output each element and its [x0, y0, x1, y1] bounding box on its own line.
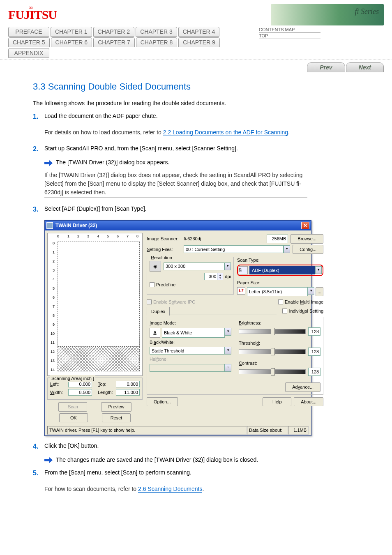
dpi-label: dpi	[225, 273, 231, 280]
config-button[interactable]: Config...	[293, 245, 323, 254]
option-button[interactable]: Option...	[147, 397, 178, 407]
enable-ipc-checkbox	[147, 299, 152, 304]
top-label: Top:	[98, 381, 116, 388]
section-title: 3.3 Scanning Double Sided Documents	[33, 80, 367, 93]
enable-multi-checkbox[interactable]	[278, 299, 283, 304]
paper-size-more-button[interactable]: ...	[316, 287, 323, 297]
fujitsu-logo: ∞ FUJITSU	[8, 8, 58, 22]
predefine-label: Predefine	[156, 281, 175, 288]
step-2-text: Start up ScandAll PRO and, from the [Sca…	[44, 144, 367, 153]
ok-button[interactable]: OK	[59, 413, 88, 423]
resolution-select[interactable]	[164, 263, 224, 270]
svg-marker-1	[44, 457, 53, 463]
width-label: Width:	[50, 389, 68, 396]
individual-label: Individual Setting	[289, 308, 323, 315]
step-2-result: The [TWAIN Driver (32)] dialog box appea…	[56, 158, 169, 167]
nav-tab-ch8[interactable]: CHAPTER 8	[136, 37, 178, 47]
result-arrow-icon	[44, 160, 53, 166]
top-input[interactable]	[116, 381, 140, 387]
link-2-2[interactable]: 2.2 Loading Documents on the ADF for Sca…	[163, 129, 288, 136]
length-input[interactable]	[116, 389, 140, 396]
image-mode-select[interactable]	[162, 328, 225, 338]
brightness-value[interactable]: 128	[308, 327, 321, 336]
black-white-dropdown-icon[interactable]: ▾	[225, 347, 231, 355]
step-2-hint: If the [TWAIN Driver (32)] dialog box do…	[44, 171, 307, 198]
paper-size-select[interactable]	[247, 287, 308, 297]
next-button[interactable]: Next	[346, 62, 384, 72]
width-input[interactable]	[68, 389, 92, 396]
paper-size-icon: LT	[237, 287, 245, 295]
paper-size-dropdown-icon[interactable]: ▾	[308, 287, 314, 295]
halftone-dropdown-icon: ▾	[225, 364, 231, 372]
contrast-slider[interactable]	[239, 369, 306, 374]
nav-tab-preface[interactable]: PREFACE	[8, 27, 49, 37]
svg-marker-0	[44, 160, 53, 166]
twain-title: TWAIN Driver (32)	[55, 222, 301, 229]
setting-files-dropdown-icon[interactable]: ▾	[284, 245, 290, 253]
step-1-num: 1.	[33, 112, 44, 122]
nav-tab-ch4[interactable]: CHAPTER 4	[178, 27, 220, 37]
statusbar-datasize-value: 1.1MB	[288, 426, 309, 435]
step-2-num: 2.	[33, 144, 44, 154]
predefine-checkbox[interactable]	[150, 282, 154, 287]
halftone-select	[150, 364, 225, 372]
brightness-slider[interactable]	[239, 329, 306, 334]
setting-files-label: Setting Files:	[147, 246, 184, 253]
step-5-hint: For how to scan documents, refer to 2.6 …	[44, 485, 204, 494]
dpi-spinner[interactable]: ▴▾	[204, 273, 223, 280]
image-scanner-label: Image Scanner:	[147, 235, 184, 242]
series-banner: fi Series	[271, 4, 384, 25]
nav-tab-ch9[interactable]: CHAPTER 9	[178, 37, 220, 47]
brightness-label: Brightness:	[239, 320, 321, 327]
nav-tab-ch6[interactable]: CHAPTER 6	[51, 37, 92, 47]
enable-ipc-label: Enable Software IPC	[153, 299, 195, 306]
nav-tab-ch2[interactable]: CHAPTER 2	[93, 27, 135, 37]
link-contents-map[interactable]: CONTENTS MAP	[259, 27, 321, 33]
threshold-slider[interactable]	[239, 349, 306, 354]
scan-type-dropdown-icon[interactable]: ▾	[315, 266, 322, 274]
scan-type-label: Scan Type:	[237, 257, 323, 264]
nav-tab-ch3[interactable]: CHAPTER 3	[136, 27, 177, 37]
twain-app-icon	[46, 222, 53, 229]
enable-multi-label: Enable Multi Image	[285, 299, 323, 306]
step-5-num: 5.	[33, 468, 44, 478]
about-button[interactable]: About...	[294, 397, 323, 407]
scanning-area-label: Scanning Area[ inch ]	[50, 375, 95, 382]
advance-button[interactable]: Advance...	[285, 382, 321, 392]
result-arrow-icon	[44, 457, 53, 463]
nav-tab-ch7[interactable]: CHAPTER 7	[93, 37, 135, 47]
browse-button[interactable]: Browse...	[291, 234, 323, 244]
step-3-text: Select [ADF (Duplex)] from [Scan Type].	[44, 205, 367, 213]
scan-type-select[interactable]: ADF (Duplex)	[249, 266, 315, 275]
preview-area[interactable]: 0 1 2 3 4 5 6 7 8 0 1 2 3	[47, 233, 143, 376]
statusbar-datasize-label: Data Size about:	[247, 426, 288, 435]
link-2-6[interactable]: 2.6 Scanning Documents	[138, 486, 202, 493]
halftone-label: Halftone:	[150, 356, 231, 363]
image-mode-icon: A	[150, 328, 160, 338]
reset-button[interactable]: Reset	[102, 413, 131, 423]
left-input[interactable]	[68, 381, 92, 387]
memory-value: 256MB	[267, 235, 288, 243]
length-label: Length:	[98, 389, 116, 396]
help-button[interactable]: Help	[263, 397, 291, 407]
prev-button[interactable]: Prev	[307, 62, 345, 72]
image-mode-dropdown-icon[interactable]: ▾	[225, 328, 231, 336]
resolution-dropdown-icon[interactable]: ▾	[224, 263, 231, 270]
link-top[interactable]: TOP	[259, 33, 321, 39]
setting-files-select[interactable]	[184, 245, 284, 253]
threshold-value[interactable]: 128	[308, 348, 321, 356]
nav-tab-ch1[interactable]: CHAPTER 1	[51, 27, 92, 37]
preview-button[interactable]: Preview	[101, 402, 131, 412]
individual-checkbox[interactable]	[282, 309, 287, 313]
contrast-value[interactable]: 128	[308, 368, 321, 376]
close-button[interactable]: ✕	[301, 222, 309, 229]
contrast-label: Contrast:	[239, 360, 321, 367]
nav-tab-appendix[interactable]: APPENDIX	[8, 48, 49, 58]
step-1-text: Load the document on the ADF paper chute…	[44, 112, 367, 120]
nav-tab-ch5[interactable]: CHAPTER 5	[8, 37, 50, 47]
duplex-tab[interactable]: Duplex	[147, 307, 170, 316]
scan-button: Scan	[58, 402, 87, 412]
black-white-label: Black/White:	[150, 339, 231, 346]
paper-size-label: Paper Size:	[237, 279, 323, 286]
black-white-select[interactable]	[150, 347, 225, 355]
